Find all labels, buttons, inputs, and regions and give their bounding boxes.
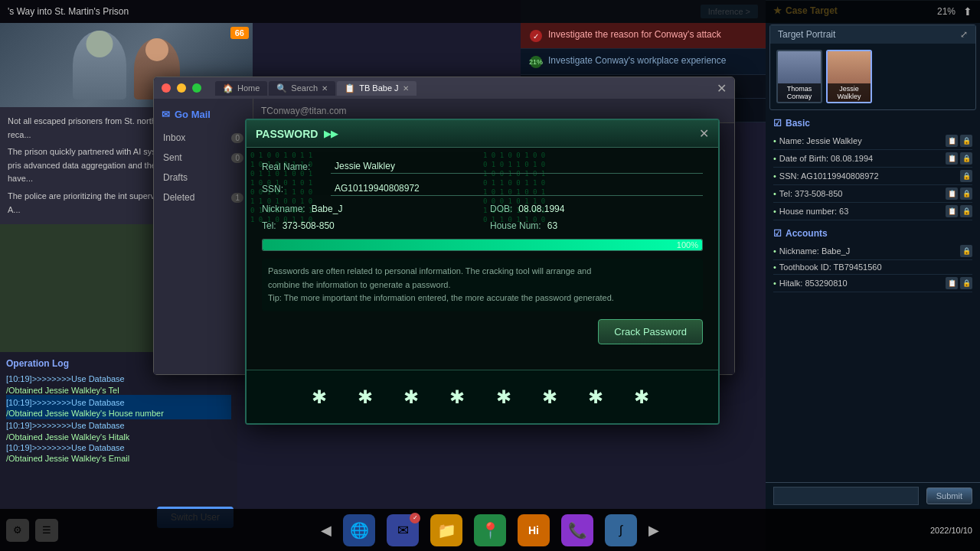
close-window-btn[interactable] [162,83,171,93]
submit-input[interactable] [773,487,919,505]
info-row-tel: •Tel: 373-508-850 📋 🔒 [773,185,972,203]
copy-name-btn[interactable]: 📋 [946,135,958,147]
password-progress-label: 100% [677,240,698,249]
pwd-dob-value: 08.08.1994 [518,204,564,214]
accounts-check-icon: ☑ [773,228,782,239]
portrait-jessie-walkley[interactable]: Jessie Walkley [826,50,872,103]
taskbar-settings: ⚙ ☰ [6,519,58,542]
account-nickname-label: •Nickname: Babe_J [773,246,850,256]
taskbar-phone-icon[interactable]: 📞 [561,514,593,546]
account-toothbook-label: •Toothbook ID: TB79451560 [773,262,882,272]
password-dialog-close-btn[interactable]: ✕ [699,126,709,141]
gomail-nav-inbox[interactable]: Inbox 0 [154,128,253,148]
lock-house-btn[interactable]: 🔒 [960,205,972,217]
copy-hitalk-btn[interactable]: 📋 [946,277,958,289]
sent-label: Sent [163,152,182,163]
maximize-window-btn[interactable] [192,83,201,93]
inference-item-1[interactable]: ✓ Investigate the reason for Conway's at… [521,23,766,49]
pwd-realname-input[interactable] [331,159,703,174]
pwd-dob-item: DOB: 08.08.1994 [490,204,703,214]
target-portrait-expand[interactable]: ⤢ [960,29,968,40]
pwd-tel-value: 373-508-850 [283,220,335,231]
pwd-ssn-label: SSN: [262,184,331,194]
info-row-dob-icons: 📋 🔒 [946,152,972,165]
password-progress-container: 100% [262,239,703,251]
email-tab-search[interactable]: 🔍 Search ✕ [269,81,335,96]
info-row-tel-label: •Tel: 373-508-850 [773,189,842,198]
taskbar-hi-icon[interactable]: Hi [518,514,550,546]
gomail-nav-deleted[interactable]: Deleted 1 [154,187,253,207]
taskbar-folder-icon[interactable]: 📁 [430,514,462,546]
taskbar-mail-icon[interactable]: ✉ ✓ [387,514,419,546]
taskbar-location-icon[interactable]: 📍 [474,514,506,546]
lock-hitalk-btn[interactable]: 🔒 [960,277,972,289]
password-dialog: PASSWORD ▶▶ ✕ 0 1 0 0 1 0 1 1 1 0 1 0 0 … [245,119,720,425]
taskbar: ⚙ ☰ ◀ 🌐 ✉ ✓ 📁 📍 Hi 📞 ∫ ▶ 2022/10/10 [0,509,980,551]
email-address: TConway@titan.com [261,106,347,116]
email-tab-tbbabej[interactable]: 📋 TB Babe J ✕ [337,81,416,96]
menu-icon[interactable]: ☰ [35,519,58,542]
info-row-house-icons: 📋 🔒 [946,205,972,217]
info-row-name-icons: 📋 🔒 [946,135,972,147]
top-bar: 's Way into St. Martin's Prison 21% ⬆ [0,0,980,23]
info-row-name: •Name: Jessie Walkley 📋 🔒 [773,132,972,150]
minimize-window-btn[interactable] [177,83,186,93]
basic-check-icon: ☑ [773,118,782,129]
inference-item-2[interactable]: 21% Investigate Conway's workplace exper… [521,49,766,75]
inference-text-1: Investigate the reason for Conway's atta… [548,29,721,40]
tbbabej-tab-icon: 📋 [345,83,355,93]
accounts-title: ☑ Accounts [773,228,972,239]
lock-name-btn[interactable]: 🔒 [960,135,972,147]
email-window-close-btn[interactable]: ✕ [717,81,727,96]
pwd-nickname-item: Nickname: Babe_J [262,204,475,214]
info-row-house-label: •House number: 63 [773,207,848,216]
lock-nickname-btn[interactable]: 🔒 [960,245,972,257]
inbox-badge: 0 [231,133,243,143]
inference-check-2: 21% [530,56,542,68]
copy-tel-btn[interactable]: 📋 [946,187,958,200]
account-row-hitalk: •Hitalk: 853290810 📋 🔒 [773,275,972,292]
portrait-images: Thomas Conway Jessie Walkley [770,44,975,109]
taskbar-globe-icon[interactable]: 🌐 [343,514,375,546]
pwd-realname-row: Real Name: [262,159,703,174]
search-tab-close[interactable]: ✕ [322,84,328,93]
taskbar-left-arrow[interactable]: ◀ [321,522,332,539]
lock-ssn-btn[interactable]: 🔒 [960,170,972,182]
op-entry-1: [10:19]>>>>>>>>Use Database /Obtained Je… [6,373,231,395]
taskbar-right-arrow[interactable]: ▶ [648,522,659,539]
gomail-logo-text: Go Mail [175,109,211,120]
pwd-dob-label: DOB: [490,204,512,214]
submit-bar: Submit [766,482,980,509]
portrait-jessie-label: Jessie Walkley [828,83,871,102]
pwd-house-item: House Num: 63 [490,220,703,231]
settings-icon[interactable]: ⚙ [6,519,29,542]
copy-dob-btn[interactable]: 📋 [946,152,958,165]
target-portrait-header: Target Portrait ⤢ [770,25,975,44]
lock-dob-btn[interactable]: 🔒 [960,152,972,165]
op-result-1: /Obtained Jessie Walkley's Tel [6,386,231,395]
maximize-icon[interactable]: ⬆ [963,5,972,18]
gomail-logo: ✉ Go Mail [154,105,253,128]
accounts-section: ☑ Accounts •Nickname: Babe_J 🔒 •Toothboo… [766,224,980,296]
sent-badge: 0 [231,153,243,163]
op-result-2: /Obtained Jessie Walkley's House number [6,409,231,418]
submit-button[interactable]: Submit [926,487,972,504]
taskbar-link-icon[interactable]: ∫ [605,514,637,546]
portrait-thomas-conway[interactable]: Thomas Conway [776,50,822,103]
gomail-nav-sent[interactable]: Sent 0 [154,148,253,168]
copy-house-btn[interactable]: 📋 [946,205,958,217]
email-tab-home[interactable]: 🏠 Home [215,81,267,96]
password-progress-fill [263,240,702,250]
op-time-4: [10:19]>>>>>>>>Use Database [6,442,231,455]
pwd-tel-item: Tel: 373-508-850 [262,220,475,231]
pwd-house-value: 63 [547,220,557,231]
pwd-grid: Nickname: Babe_J DOB: 08.08.1994 Tel: 37… [262,204,703,231]
password-dialog-title: PASSWORD ▶▶ [256,128,338,140]
gomail-nav-drafts[interactable]: Drafts [154,168,253,187]
email-tabs: 🏠 Home 🔍 Search ✕ 📋 TB Babe J ✕ [215,81,710,96]
crack-password-button[interactable]: Crack Password [598,319,703,344]
tbbabej-tab-close[interactable]: ✕ [403,84,409,93]
op-entry-3: [10:19]>>>>>>>>Use Database /Obtained Je… [6,419,231,442]
lock-tel-btn[interactable]: 🔒 [960,187,972,200]
inbox-label: Inbox [163,132,185,143]
